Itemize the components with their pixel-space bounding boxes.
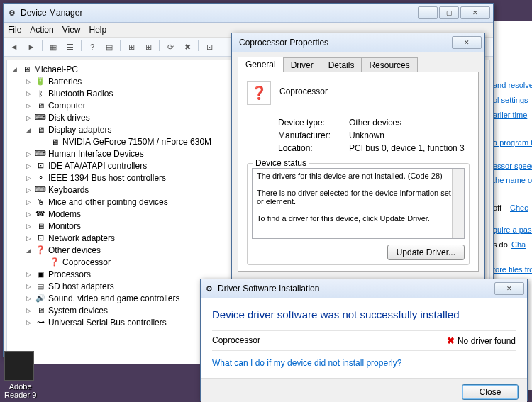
status-line: To find a driver for this device, click … [257,214,460,223]
device-category-icon: ᛒ [35,88,46,99]
sep [81,40,82,51]
tree-node-label: Sound, video and game controllers [48,294,179,303]
tree-root-label[interactable]: Michael-PC [34,65,78,74]
expander-icon[interactable]: ◢ [10,65,19,74]
device-category-icon: 🖥 [49,136,60,147]
expander-icon[interactable]: ▷ [24,306,33,315]
tab-bar: General Driver Details Resources [232,52,484,72]
uninstall-button[interactable]: ✖ [179,40,195,54]
expander-icon[interactable]: ▷ [24,318,33,327]
device-category-icon: 🖥 [35,220,46,232]
titlebar[interactable]: Coprocessor Properties ✕ [232,33,484,52]
window-title: Device Manager [21,8,416,18]
titlebar[interactable]: ⚙ Device Manager — ▢ ✕ [4,4,493,23]
menu-file[interactable]: File [8,25,21,35]
tab-general[interactable]: General [238,57,284,72]
toolbar-btn[interactable]: ⊞ [140,40,156,54]
maximize-button[interactable]: ▢ [439,6,459,19]
expander-icon[interactable]: ▷ [24,77,33,86]
device-status-text[interactable]: The drivers for this device are not inst… [252,168,465,239]
tree-node-label: Computer [48,101,86,111]
desktop-icon-adobe[interactable]: Adobe Reader 9 [4,351,36,399]
update-driver-button[interactable]: ⟳ [162,40,178,54]
install-status: ✖No driver found [447,335,516,346]
titlebar[interactable]: ⚙ Driver Software Installation ✕ [201,279,527,298]
expander-icon[interactable]: ▷ [24,269,33,279]
desktop-label: Adobe [4,382,36,391]
expander-icon[interactable]: ◢ [24,245,33,255]
close-button[interactable]: ✕ [452,36,482,49]
tab-driver[interactable]: Driver [283,57,321,72]
menu-view[interactable]: View [62,25,81,35]
expander-icon[interactable]: ◢ [24,125,33,134]
minimize-button[interactable]: — [418,6,438,19]
bg-frag: Chec [510,201,532,216]
bg-frag: essor speed [493,159,532,174]
sep [120,40,121,51]
expander-icon[interactable]: ▷ [24,294,33,303]
device-category-icon: ☎ [35,208,46,220]
tree-node-label: IDE ATA/ATAPI controllers [48,161,147,171]
expander-icon[interactable]: ▷ [24,197,33,206]
menu-action[interactable]: Action [30,25,53,35]
expander-icon[interactable]: ▷ [24,209,33,218]
tree-node-label: Coprocessor [62,257,111,267]
bg-frag: the name of [493,173,532,188]
tree-node-label: SD host adapters [48,281,114,291]
scan-button[interactable]: ⊡ [201,40,217,54]
device-status-legend: Device status [253,158,309,168]
tree-node-label: Modems [48,209,81,219]
help-link[interactable]: What can I do if my device did not insta… [212,358,401,368]
bg-frag: tore files fro [493,262,532,277]
help-button[interactable]: ? [84,40,100,54]
expander-icon[interactable]: ▷ [24,89,33,98]
mfr-value: Unknown [349,130,384,140]
dialog-title: Driver Software Installation [218,284,493,294]
expander-icon[interactable]: ▷ [24,221,33,230]
device-category-icon: 🖥 [35,305,46,316]
tree-node-label: IEEE 1394 Bus host controllers [48,173,166,183]
expander-icon[interactable] [38,137,48,146]
menu-help[interactable]: Help [89,25,107,35]
tree-node-label: Bluetooth Radios [48,89,113,99]
expander-icon[interactable]: ▷ [24,161,33,170]
fwd-button[interactable]: ► [23,40,39,54]
expander-icon[interactable]: ▷ [24,149,33,158]
install-device-name: Coprocessor [212,335,447,346]
toolbar-btn[interactable]: ▦ [45,40,61,54]
bg-frag: ol settings [493,93,532,108]
tab-resources[interactable]: Resources [361,57,417,72]
tab-panel-general: ❓ Coprocessor Device type:Other devices … [238,72,479,272]
tree-node-label: Keyboards [48,185,89,195]
expander-icon[interactable]: ▷ [24,101,33,110]
expander-icon[interactable]: ▷ [24,185,33,194]
scrollbar[interactable] [452,169,464,238]
toolbar-btn[interactable]: ▤ [101,40,117,54]
toolbar-btn[interactable]: ⊞ [123,40,139,54]
device-category-icon: ⊡ [35,160,46,172]
expander-icon[interactable] [38,257,48,267]
back-button[interactable]: ◄ [6,40,22,54]
device-icon: ❓ [247,81,271,105]
tree-node-label: Network adapters [48,233,115,243]
tree-node-label: Other devices [48,245,101,255]
close-button[interactable]: ✕ [494,282,524,295]
update-driver-button[interactable]: Update Driver... [387,245,465,260]
bg-frag: a program th [493,135,532,150]
expander-icon[interactable]: ▷ [24,233,33,242]
device-category-icon: ⌨ [35,184,46,196]
tree-node-label: System devices [48,306,108,316]
bg-frag: and resolve i [493,78,532,93]
properties-button[interactable]: ☰ [62,40,78,54]
expander-icon[interactable]: ▷ [24,173,33,182]
expander-icon[interactable]: ▷ [24,113,33,122]
tab-details[interactable]: Details [321,57,362,72]
device-category-icon: ⊶ [35,317,46,328]
expander-icon[interactable]: ▷ [24,281,33,291]
close-button[interactable]: ✕ [460,6,490,19]
close-button[interactable]: Close [462,384,519,400]
tree-node-label: NVIDIA GeForce 7150M / nForce 630M [62,137,211,147]
tree-node-label: Disk drives [48,113,90,123]
device-category-icon: ⊡ [35,233,46,244]
device-status-group: Device status The drivers for this devic… [247,163,470,265]
